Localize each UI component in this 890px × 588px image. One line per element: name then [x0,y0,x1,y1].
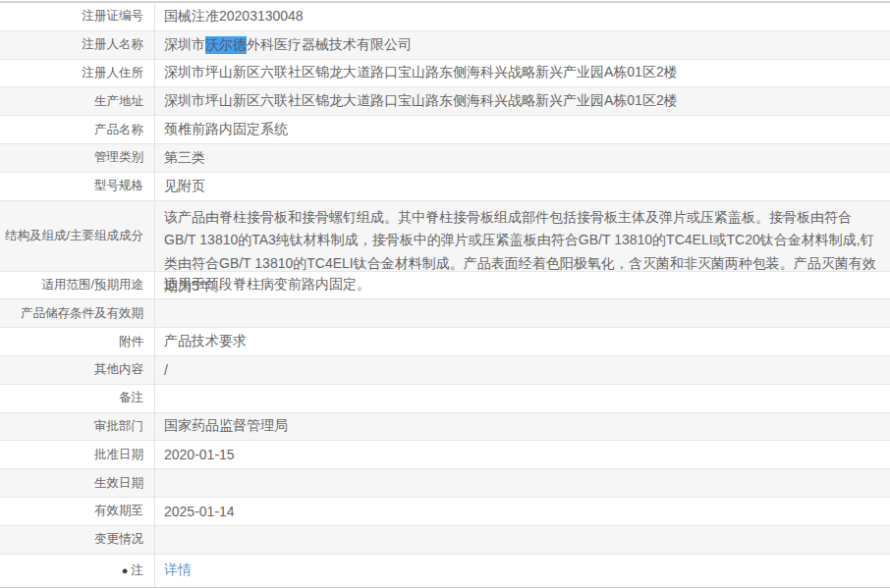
row-label: 型号规格 [0,173,155,200]
table-row: ●注详情 [0,555,890,587]
selected-text: 沃尔德 [205,36,247,54]
row-value-text: 国家药品监督管理局 [164,417,288,435]
row-value: 2020-01-15 [155,441,890,468]
row-label-text: 适用范围/预期用途 [42,277,143,294]
table-row: 审批部门国家药品监督管理局 [0,413,890,442]
row-label-text: 注册人住所 [83,65,144,81]
row-value-text: 适用于颈段脊柱病变前路内固定。 [164,276,370,294]
row-label-text: 生效日期 [94,475,143,492]
row-label-text: 管理类别 [94,149,143,166]
row-value [155,299,890,327]
table-row: 产品名称颈椎前路内固定系统 [0,116,890,144]
row-value: 深圳市坪山新区六联社区锦龙大道路口宝山路东侧海科兴战略新兴产业园A栋01区2楼 [155,60,890,87]
row-value: 深圳市坪山新区六联社区锦龙大道路口宝山路东侧海科兴战略新兴产业园A栋01区2楼 [155,87,890,115]
row-value: 2025-01-14 [155,498,890,525]
row-value-text: 2025-01-14 [164,504,235,519]
row-label-text: 产品储存条件及有效期 [21,305,143,322]
row-label-text: 生产地址 [94,93,143,110]
row-value: 国械注准20203130048 [155,3,890,30]
table-row: 生产地址深圳市坪山新区六联社区锦龙大道路口宝山路东侧海科兴战略新兴产业园A栋01… [0,87,890,116]
row-label-text: 变更情况 [94,531,143,548]
row-label: 生效日期 [0,469,155,497]
row-value: 国家药品监督管理局 [155,413,890,441]
row-label: 有效期至 [0,498,155,525]
row-value-text: 见附页 [164,178,205,195]
row-value-text: 深圳市坪山新区六联社区锦龙大道路口宝山路东侧海科兴战略新兴产业园A栋01区2楼 [164,92,678,110]
table-row: 备注 [0,385,890,413]
row-value-text: 深圳市 [164,36,205,54]
table-row: 其他内容/ [0,356,890,385]
table-row: 注册人名称深圳市沃尔德外科医疗器械技术有限公司 [0,31,890,60]
registration-table: 注册证编号国械注准20203130048注册人名称深圳市沃尔德外科医疗器械技术有… [0,1,890,588]
row-label: 生产地址 [0,87,155,115]
row-label: 附件 [0,328,155,355]
row-label-text: 批准日期 [94,447,143,463]
row-value: 颈椎前路内固定系统 [155,116,890,143]
row-value [155,526,890,554]
row-label: 适用范围/预期用途 [0,272,155,299]
table-row: 型号规格见附页 [0,173,890,201]
row-value: 详情 [155,555,890,587]
row-value-text: 外科医疗器械技术有限公司 [247,36,412,54]
table-row: 注册人住所深圳市坪山新区六联社区锦龙大道路口宝山路东侧海科兴战略新兴产业园A栋0… [0,60,890,88]
row-value-text: / [164,362,168,378]
row-label-text: 结构及组成/主要组成成分 [5,228,143,244]
row-label: 注册证编号 [0,3,155,30]
row-label: 备注 [0,385,155,412]
row-label: 产品储存条件及有效期 [0,299,155,327]
row-value: 适用于颈段脊柱病变前路内固定。 [155,272,890,299]
row-value: 第三类 [155,144,890,172]
row-label: 批准日期 [0,441,155,468]
table-row: 管理类别第三类 [0,144,890,173]
row-label: 注册人住所 [0,60,155,87]
row-label-text: 备注 [119,390,143,406]
row-value-text: 颈椎前路内固定系统 [164,121,288,138]
row-value [155,385,890,412]
row-label: 注册人名称 [0,31,155,59]
row-label: 管理类别 [0,144,155,172]
row-label: 变更情况 [0,526,155,554]
row-label: ●注 [0,555,155,587]
row-value: 该产品由脊柱接骨板和接骨螺钉组成。其中脊柱接骨板组成部件包括接骨板主体及弹片或压… [155,201,890,271]
row-label-text: 型号规格 [94,178,143,194]
row-label-text: 注册证编号 [83,8,144,25]
row-label: 产品名称 [0,116,155,143]
table-row: 附件产品技术要求 [0,328,890,356]
row-value-text: 产品技术要求 [164,333,247,350]
table-row: 有效期至2025-01-14 [0,498,890,526]
table-row: 变更情况 [0,526,890,555]
row-label: 审批部门 [0,413,155,441]
row-value: 见附页 [155,173,890,200]
row-value-text: 第三类 [164,149,205,167]
row-value-text: 国械注准20203130048 [164,8,304,26]
row-label-text: 产品名称 [94,122,143,138]
row-value: 深圳市沃尔德外科医疗器械技术有限公司 [155,31,890,59]
row-value-text: 深圳市坪山新区六联社区锦龙大道路口宝山路东侧海科兴战略新兴产业园A栋01区2楼 [164,64,678,81]
table-row: 产品储存条件及有效期 [0,299,890,328]
row-label: 其他内容 [0,356,155,384]
table-row: 批准日期2020-01-15 [0,441,890,469]
table-row: 生效日期 [0,469,890,498]
row-value [155,469,890,497]
row-label-text: 注册人名称 [83,36,144,53]
details-link[interactable]: 详情 [164,561,192,579]
row-label-text: 有效期至 [94,503,143,519]
table-row: 结构及组成/主要组成成分该产品由脊柱接骨板和接骨螺钉组成。其中脊柱接骨板组成部件… [0,201,890,272]
row-label-text: 审批部门 [94,418,143,435]
row-value: / [155,356,890,384]
table-row: 适用范围/预期用途适用于颈段脊柱病变前路内固定。 [0,272,890,300]
table-row: 注册证编号国械注准20203130048 [0,3,890,31]
row-label-text: 注 [132,562,144,579]
row-value: 产品技术要求 [155,328,890,355]
row-label-text: 其他内容 [94,361,143,378]
row-label: 结构及组成/主要组成成分 [0,201,155,271]
row-label-text: 附件 [119,334,143,350]
note-icon: ● [122,565,129,576]
row-value-text: 2020-01-15 [164,447,235,462]
